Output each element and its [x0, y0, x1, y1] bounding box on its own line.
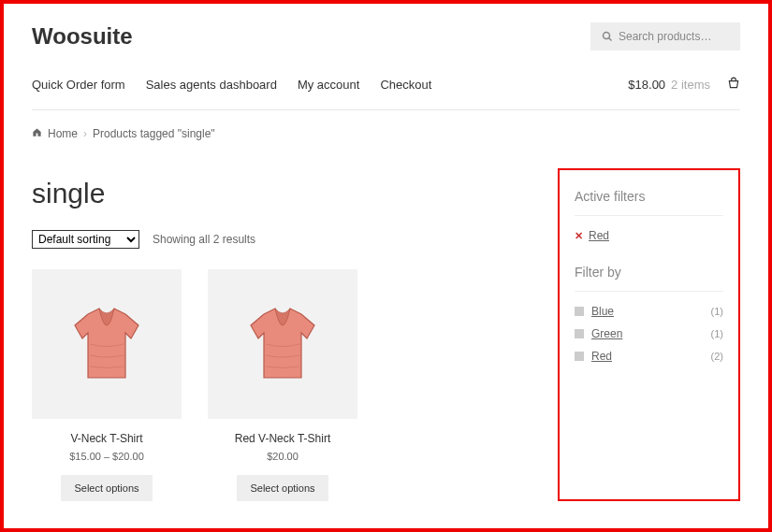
- product-image: [208, 269, 357, 419]
- nav-sales-agents[interactable]: Sales agents dashboard: [146, 78, 277, 92]
- filter-option-blue[interactable]: Blue (1): [575, 305, 723, 318]
- search-input[interactable]: Search products…: [590, 22, 740, 50]
- filter-count: (1): [711, 306, 723, 317]
- breadcrumb-home[interactable]: Home: [48, 127, 78, 140]
- product-price: $20.00: [208, 451, 357, 462]
- select-options-button[interactable]: Select options: [61, 475, 152, 501]
- svg-point-0: [604, 33, 610, 39]
- nav-quick-order[interactable]: Quick Order form: [32, 78, 125, 92]
- sort-select[interactable]: Default sorting: [32, 230, 139, 249]
- filter-label: Green: [591, 327, 622, 340]
- filter-count: (1): [711, 328, 723, 339]
- svg-line-1: [609, 38, 612, 41]
- active-filter-item: ✕ Red: [575, 229, 723, 242]
- search-placeholder: Search products…: [619, 30, 711, 43]
- breadcrumb: Home › Products tagged "single": [32, 127, 740, 140]
- checkbox-icon[interactable]: [575, 307, 584, 316]
- filter-by-title: Filter by: [575, 265, 723, 280]
- site-brand[interactable]: Woosuite: [32, 23, 133, 50]
- filter-option-red[interactable]: Red (2): [575, 350, 723, 363]
- product-name: Red V-Neck T-Shirt: [208, 432, 357, 445]
- remove-filter-icon[interactable]: ✕: [575, 230, 583, 242]
- divider: [575, 215, 723, 216]
- filter-label: Red: [591, 350, 612, 363]
- active-filters-title: Active filters: [575, 189, 723, 204]
- divider: [575, 291, 723, 292]
- checkbox-icon[interactable]: [575, 329, 584, 338]
- checkbox-icon[interactable]: [575, 352, 584, 361]
- nav-checkout[interactable]: Checkout: [380, 78, 431, 92]
- filter-label: Blue: [591, 305, 614, 318]
- cart-count: 2 items: [671, 78, 710, 92]
- home-icon: [32, 127, 42, 140]
- cart-total: $18.00: [628, 78, 665, 92]
- result-count: Showing all 2 results: [153, 233, 255, 246]
- filter-count: (2): [711, 351, 723, 362]
- select-options-button[interactable]: Select options: [237, 475, 328, 501]
- product-card[interactable]: V-Neck T-Shirt $15.00 – $20.00 Select op…: [32, 269, 182, 501]
- page-title: single: [32, 178, 530, 209]
- breadcrumb-current: Products tagged "single": [93, 127, 215, 140]
- filter-sidebar: Active filters ✕ Red Filter by Blue (1) …: [558, 168, 740, 501]
- breadcrumb-separator: ›: [83, 127, 87, 140]
- nav-my-account[interactable]: My account: [298, 78, 359, 92]
- main-nav: Quick Order form Sales agents dashboard …: [32, 78, 431, 92]
- product-image: [32, 269, 182, 419]
- search-icon: [602, 31, 613, 42]
- filter-option-green[interactable]: Green (1): [575, 327, 723, 340]
- product-card[interactable]: Red V-Neck T-Shirt $20.00 Select options: [208, 269, 357, 501]
- active-filter-label[interactable]: Red: [589, 229, 609, 242]
- cart-summary[interactable]: $18.00 2 items: [628, 77, 740, 93]
- product-name: V-Neck T-Shirt: [32, 432, 182, 445]
- product-price: $15.00 – $20.00: [32, 451, 182, 462]
- basket-icon[interactable]: [727, 77, 740, 93]
